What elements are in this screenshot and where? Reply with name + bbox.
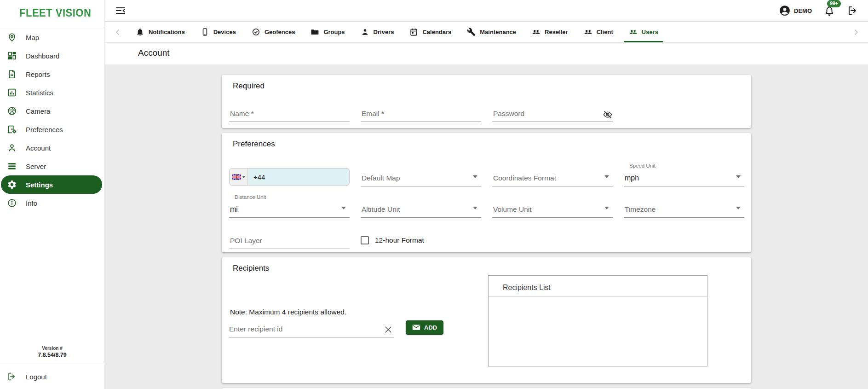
tab-users[interactable]: Users xyxy=(621,22,666,42)
tab-maintenance[interactable]: Maintenance xyxy=(459,22,524,42)
tab-calendars[interactable]: Calendars xyxy=(402,22,459,42)
wrench-icon xyxy=(467,28,476,36)
tab-label: Maintenance xyxy=(480,29,516,35)
sidebar-item-preferences[interactable]: Preferences xyxy=(0,120,104,139)
twelve-hour-checkbox[interactable] xyxy=(361,236,369,244)
email-input[interactable] xyxy=(362,110,480,118)
sidebar-logout-button[interactable]: Logout xyxy=(0,364,104,389)
speed-unit-select[interactable]: mph xyxy=(624,171,744,186)
map-pin-icon xyxy=(7,32,17,42)
statistics-chart-icon xyxy=(7,87,17,98)
phone-field[interactable] xyxy=(229,168,350,186)
app-window: FLEET VISION Map Dashboard Reports xyxy=(0,0,868,389)
sidebar-item-label: Settings xyxy=(26,181,53,189)
tab-reseller[interactable]: Reseller xyxy=(524,22,576,42)
sidebar-item-server[interactable]: Server xyxy=(0,157,104,175)
country-flag-selector[interactable] xyxy=(230,168,248,185)
menu-toggle-icon[interactable] xyxy=(115,5,126,16)
phone-input[interactable] xyxy=(248,168,349,185)
chevron-down-icon xyxy=(736,175,741,180)
tabbar: Notifications Devices Geofences xyxy=(105,22,868,43)
server-list-icon xyxy=(7,161,17,171)
account-circle-icon xyxy=(779,5,791,17)
clear-icon[interactable] xyxy=(384,325,393,334)
poi-layer-field[interactable] xyxy=(229,230,350,249)
sidebar-item-info[interactable]: Info xyxy=(0,194,104,212)
distance-unit-group: Distance Unit mi xyxy=(229,194,350,218)
sidebar-item-dashboard[interactable]: Dashboard xyxy=(0,46,104,65)
page-content: Required xyxy=(105,64,868,389)
speed-unit-label: Speed Unit xyxy=(629,163,744,168)
user-account-chip[interactable]: DEMO xyxy=(779,5,812,17)
recipient-id-input[interactable] xyxy=(229,325,381,333)
default-map-select[interactable]: Default Map xyxy=(361,167,481,186)
page-title: Account xyxy=(138,48,868,58)
tab-client[interactable]: Client xyxy=(576,22,621,42)
altitude-unit-select[interactable]: Altitude Unit xyxy=(361,198,481,218)
brand-logo-text: FLEET VISION xyxy=(19,6,91,20)
chevron-down-icon xyxy=(473,207,477,212)
chevron-down-icon xyxy=(604,175,609,180)
name-field[interactable] xyxy=(229,103,350,122)
tab-devices[interactable]: Devices xyxy=(193,22,244,42)
recipients-list-title: Recipients List xyxy=(489,276,707,297)
logout-icon xyxy=(7,372,17,382)
required-section: Required xyxy=(222,75,751,128)
sidebar-item-label: Preferences xyxy=(26,126,63,134)
tab-label: Reseller xyxy=(545,29,568,35)
distance-unit-select[interactable]: mi xyxy=(229,202,350,218)
speed-unit-group: Speed Unit mph xyxy=(624,163,744,186)
visibility-off-icon[interactable] xyxy=(603,110,613,120)
sidebar-spacer xyxy=(0,212,104,346)
folder-icon xyxy=(310,28,319,36)
preferences-section: Preferences Default Map xyxy=(222,133,751,252)
version-label: Version # xyxy=(0,346,104,351)
name-input[interactable] xyxy=(230,110,349,118)
people-icon xyxy=(629,28,638,36)
sidebar-item-map[interactable]: Map xyxy=(0,28,104,46)
chevron-down-icon xyxy=(736,207,741,212)
password-field[interactable] xyxy=(492,103,613,122)
brand-logo: FLEET VISION xyxy=(0,0,104,26)
recipient-id-field[interactable] xyxy=(229,319,394,337)
report-doc-icon xyxy=(7,69,17,79)
sidebar-item-settings[interactable]: Settings xyxy=(1,175,102,194)
email-field[interactable] xyxy=(361,103,481,122)
smartphone-icon xyxy=(201,28,209,36)
tabs-scroll-right-icon[interactable] xyxy=(851,28,861,37)
tab-notifications[interactable]: Notifications xyxy=(128,22,193,42)
person-icon xyxy=(361,28,369,36)
sidebar-item-camera[interactable]: Camera xyxy=(0,102,104,120)
tab-label: Drivers xyxy=(374,29,394,35)
chevron-down-icon xyxy=(242,176,245,180)
tabs-scroll-left-icon[interactable] xyxy=(113,28,122,37)
camera-aperture-icon xyxy=(7,106,17,116)
recipients-list: Recipients List xyxy=(488,275,707,366)
recipients-section-title: Recipients xyxy=(229,264,744,273)
tab-geofences[interactable]: Geofences xyxy=(244,22,303,42)
notifications-bell-button[interactable]: 99+ xyxy=(824,5,835,16)
password-input[interactable] xyxy=(493,110,612,118)
tab-drivers[interactable]: Drivers xyxy=(353,22,402,42)
add-recipient-label: ADD xyxy=(424,324,437,331)
geofence-check-icon xyxy=(252,28,260,36)
tab-groups[interactable]: Groups xyxy=(303,22,352,42)
signout-icon[interactable] xyxy=(847,5,858,16)
tab-label: Groups xyxy=(323,29,345,35)
main-area: DEMO 99+ Notific xyxy=(105,0,868,389)
chevron-down-icon xyxy=(341,207,346,212)
sidebar-item-statistics[interactable]: Statistics xyxy=(0,83,104,102)
volume-unit-select[interactable]: Volume Unit xyxy=(492,198,613,218)
tab-label: Users xyxy=(642,29,658,35)
version-value: 7.8.54/8.79 xyxy=(0,352,104,358)
add-recipient-button[interactable]: ADD xyxy=(406,320,443,335)
poi-layer-input[interactable] xyxy=(230,237,349,245)
people-icon xyxy=(532,28,540,36)
dashboard-icon xyxy=(7,51,17,61)
tab-label: Notifications xyxy=(149,29,185,35)
user-name: DEMO xyxy=(794,7,812,14)
coordinates-format-select[interactable]: Coordinates Format xyxy=(492,167,613,186)
sidebar-item-account[interactable]: Account xyxy=(0,139,104,157)
sidebar-item-reports[interactable]: Reports xyxy=(0,65,104,83)
timezone-select[interactable]: Timezone xyxy=(624,198,744,218)
